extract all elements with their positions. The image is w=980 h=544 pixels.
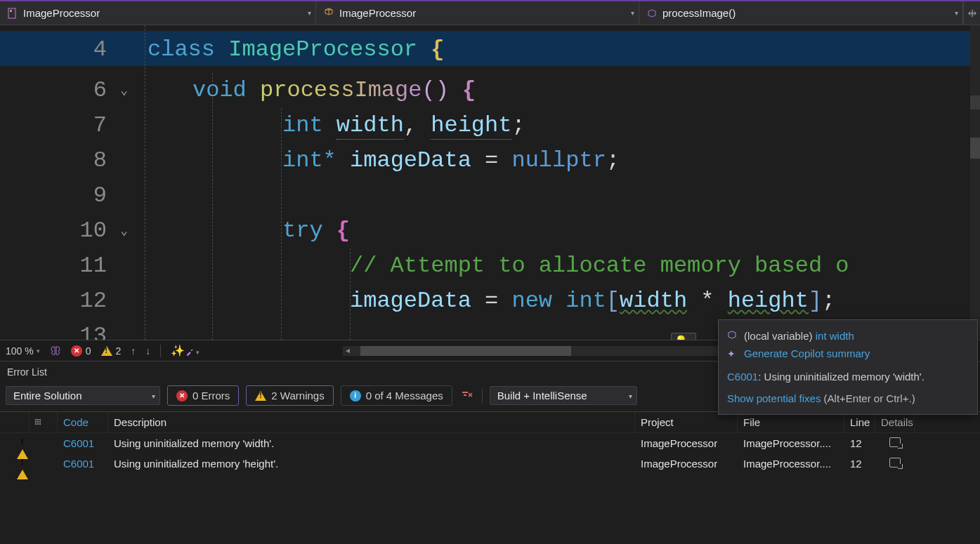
variable-icon [727,330,738,342]
vertical-scroll-indicator[interactable] [970,25,980,340]
warning-icon [17,437,28,459]
errors-filter-button[interactable]: ✕0 Errors [167,385,239,406]
method-icon [646,8,658,19]
warning-icon [17,458,28,479]
tooltip-shortcut: (Alt+Enter or Ctrl+.) [821,392,915,404]
breadcrumb-method-label: processImage() [662,7,736,19]
column-project[interactable]: Project [635,412,738,432]
column-details[interactable]: Details [875,412,915,432]
warnings-filter-button[interactable]: 2 Warnings [246,385,333,406]
error-row[interactable]: C6001Using uninitialized memory 'width'.… [0,433,980,453]
copilot-summary-link[interactable]: Generate Copilot summary [744,347,870,359]
clear-filter-icon[interactable] [459,390,475,402]
chevron-down-icon: ▾ [308,9,311,17]
column-description[interactable]: Description [108,412,635,432]
lightbulb-icon[interactable]: 💡▾ [671,333,696,340]
code-editor[interactable]: 4 6 ⌄ 7 8 9 10 ⌄ 11 12 13 class ImagePro… [0,25,980,340]
copy-details-icon[interactable] [889,458,901,467]
error-file: ImageProcessor.... [738,456,844,472]
error-description: Using uninitialized memory 'height'. [108,456,635,472]
column-grip[interactable] [30,412,58,432]
code-content: class ImageProcessor { void processImage… [148,25,980,340]
error-code[interactable]: C6001 [58,456,108,472]
column-code[interactable]: Code [58,412,108,432]
tooltip-type: int width [816,330,854,342]
zoom-combo[interactable]: 100 %▾ [6,345,40,357]
tooltip-error-code[interactable]: C6001 [727,371,758,383]
intellicode-icon[interactable] [50,345,61,357]
fold-icon[interactable]: ⌄ [120,213,128,248]
error-file: ImageProcessor.... [738,435,844,451]
chevron-down-icon: ▾ [631,9,634,17]
fold-icon[interactable]: ⌄ [120,73,128,108]
build-intellisense-combo[interactable]: Build + IntelliSense▾ [490,386,637,405]
error-description: Using uninitialized memory 'width'. [108,435,635,451]
error-count[interactable]: ✕0 [71,345,91,357]
error-project: ImageProcessor [635,435,738,451]
error-row[interactable]: C6001Using uninitialized memory 'height'… [0,453,980,474]
line-number: 4 [65,32,107,67]
warning-count[interactable]: 2 [101,345,122,357]
messages-filter-button[interactable]: i0 of 4 Messages [341,385,452,406]
column-line[interactable]: Line [844,412,875,432]
error-line: 12 [844,456,875,472]
breadcrumb-class[interactable]: ImageProcessor ▾ [316,1,639,25]
file-icon [7,8,18,19]
sparkle-icon: ✦ [727,348,738,359]
class-icon [323,8,334,19]
cleanup-icon[interactable]: ✨▾ [171,344,200,357]
column-file[interactable]: File [738,412,844,432]
breadcrumb-file[interactable]: ImageProcessor ▾ [0,1,316,25]
intellisense-tooltip: (local variable) int width ✦ Generate Co… [718,319,978,415]
tooltip-kind: (local variable) [744,330,813,342]
line-gutter: 4 6 ⌄ 7 8 9 10 ⌄ 11 12 13 [0,25,121,340]
error-line: 12 [844,435,875,451]
next-issue-icon[interactable]: ↓ [145,345,150,357]
show-fixes-link[interactable]: Show potential fixes [727,392,821,404]
chevron-down-icon: ▾ [955,9,958,17]
svg-rect-1 [10,10,12,12]
svg-rect-3 [464,394,466,396]
breadcrumb-class-label: ImageProcessor [339,7,416,19]
breadcrumb-file-label: ImageProcessor [23,7,100,19]
tooltip-error-message: Using uninitialized memory 'width'. [764,371,925,383]
prev-issue-icon[interactable]: ↑ [131,345,136,357]
scope-combo[interactable]: Entire Solution▾ [6,386,160,405]
svg-rect-2 [462,392,468,393]
scrollbar-thumb[interactable] [360,346,571,356]
error-project: ImageProcessor [635,456,738,472]
error-code[interactable]: C6001 [58,435,108,451]
breadcrumb: ImageProcessor ▾ ImageProcessor ▾ proces… [0,0,980,25]
copy-details-icon[interactable] [889,437,901,447]
breadcrumb-method[interactable]: processImage() ▾ [639,1,963,25]
split-view-icon[interactable] [963,1,980,25]
